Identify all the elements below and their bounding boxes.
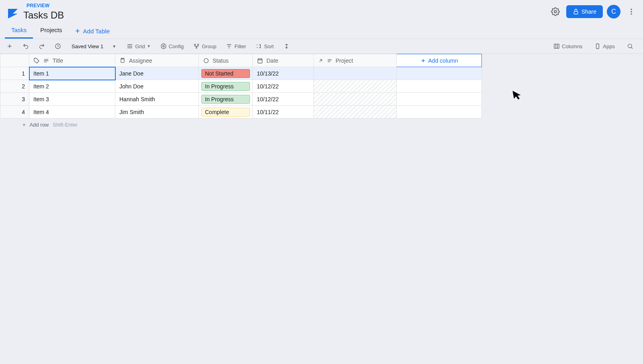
group-label: Group [202,43,216,49]
undo-button[interactable] [19,41,32,51]
cell-project[interactable] [314,80,397,93]
row-number[interactable]: 1 [0,67,29,80]
status-badge: In Progress [201,95,250,104]
svg-point-6 [163,45,164,47]
sort-button[interactable]: Sort [252,41,277,51]
cell-assignee[interactable]: Jim Smith [115,106,199,119]
svg-point-3 [631,11,632,12]
columns-label: Columns [562,43,582,49]
cell-empty[interactable] [397,80,482,93]
chevron-down-icon: ▼ [112,44,116,49]
col-status-label: Status [213,57,229,64]
cell-assignee[interactable]: Jane Doe [115,67,199,80]
svg-point-13 [628,44,632,48]
share-button[interactable]: Share [566,5,603,18]
cell-project[interactable] [314,106,397,119]
config-button[interactable]: Config [157,41,187,51]
history-button[interactable] [51,41,64,51]
add-row-hint: Shift-Enter [53,122,77,128]
table-row: 4Item 4Jim SmithComplete10/11/22 [0,106,482,119]
cell-assignee[interactable]: Hannah Smith [115,93,199,106]
settings-button[interactable] [549,5,562,18]
cell-assignee[interactable]: John Doe [115,80,199,93]
cell-empty[interactable] [397,93,482,106]
row-number-header[interactable] [0,54,29,67]
cell-title[interactable]: Item 3 [29,93,115,106]
search-button[interactable] [624,41,637,51]
col-date-label: Date [266,57,278,64]
table-row: 1Item 1Jane DoeNot Started10/13/22 [0,67,482,80]
status-badge: In Progress [201,82,250,91]
view-type-selector[interactable]: Grid ▼ [123,41,154,51]
status-icon [203,57,209,64]
status-badge: Complete [201,108,250,117]
saved-view-selector[interactable]: Saved View 1 ▼ [68,42,120,51]
row-number[interactable]: 3 [0,93,29,106]
add-table-label: Add Table [83,28,110,35]
filter-label: Filter [234,43,246,49]
status-badge: Not Started [201,69,250,78]
cell-date[interactable]: 10/12/22 [253,93,314,106]
cell-status[interactable]: In Progress [199,93,253,106]
saved-view-label: Saved View 1 [72,43,103,49]
cell-title[interactable]: Item 4 [29,106,115,119]
share-label: Share [582,8,596,15]
svg-point-9 [198,44,199,45]
apps-button[interactable]: Apps [591,41,618,51]
toolbar: Saved View 1 ▼ Grid ▼ Config Group Filte… [0,39,643,54]
cell-project[interactable] [314,93,397,106]
person-icon [119,57,126,64]
svg-point-0 [554,10,557,13]
cell-project[interactable] [314,67,397,80]
calendar-icon [257,57,263,64]
svg-point-4 [631,13,632,14]
cell-status[interactable]: Not Started [199,67,253,80]
svg-point-10 [196,47,197,49]
row-height-button[interactable] [280,41,293,51]
chevron-down-icon: ▼ [147,44,151,48]
app-title[interactable]: Tasks DB [23,10,64,21]
sort-label: Sort [264,43,274,49]
cell-date[interactable]: 10/11/22 [253,106,314,119]
add-record-button[interactable] [3,41,16,51]
add-table-button[interactable]: Add Table [70,25,115,38]
app-logo [6,7,19,20]
add-row-button[interactable]: + Add row Shift-Enter [0,119,643,131]
tab-tasks[interactable]: Tasks [5,23,33,39]
row-number[interactable]: 2 [0,80,29,93]
columns-button[interactable]: Columns [550,41,586,51]
cell-title[interactable]: Item 1 [29,67,115,80]
row-number[interactable]: 4 [0,106,29,119]
redo-button[interactable] [35,41,48,51]
cell-empty[interactable] [397,67,482,80]
filter-button[interactable]: Filter [223,41,249,51]
add-column-button[interactable]: Add column [397,54,482,67]
apps-label: Apps [603,43,615,49]
tag-icon [33,57,40,64]
svg-rect-11 [554,44,559,49]
config-label: Config [169,43,184,49]
column-header-date[interactable]: Date [253,54,314,67]
column-header-assignee[interactable]: Assignee [115,54,199,67]
table-row: 3Item 3Hannah SmithIn Progress10/12/22 [0,93,482,106]
cell-status[interactable]: In Progress [199,80,253,93]
cell-empty[interactable] [397,106,482,119]
tab-projects[interactable]: Projects [34,23,68,39]
lookup-arrow-icon [318,58,324,63]
grid-label: Grid [135,43,145,49]
cell-title[interactable]: Item 2 [29,80,115,93]
more-menu-button[interactable] [625,5,638,18]
cell-status[interactable]: Complete [199,106,253,119]
plus-icon: + [23,122,26,128]
user-avatar[interactable]: C [607,5,620,18]
cell-date[interactable]: 10/12/22 [253,80,314,93]
data-grid-container: Title Assignee Status Date [0,54,643,131]
group-button[interactable]: Group [190,41,219,51]
col-project-label: Project [336,57,353,64]
cell-date[interactable]: 10/13/22 [253,67,314,80]
column-header-status[interactable]: Status [199,54,253,67]
column-header-project[interactable]: Project [314,54,397,67]
add-row-label: Add row [30,122,49,128]
column-header-title[interactable]: Title [29,54,115,67]
app-header: PREVIEW Tasks DB Share C [0,0,643,21]
